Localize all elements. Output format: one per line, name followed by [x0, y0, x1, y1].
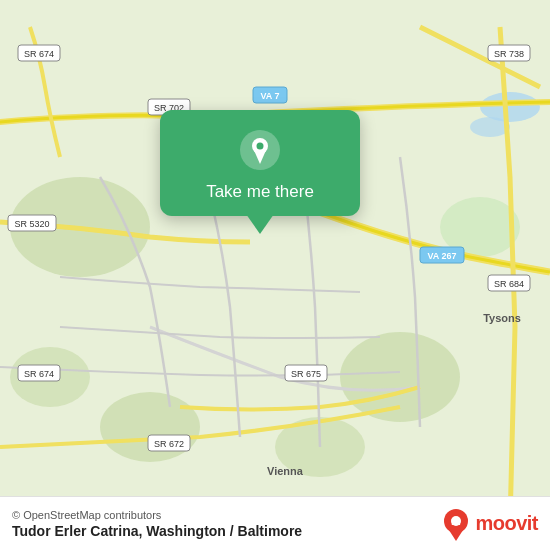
- moovit-pin-icon: m: [442, 507, 470, 541]
- location-pin-icon: [238, 128, 282, 172]
- svg-text:VA 267: VA 267: [427, 251, 456, 261]
- svg-text:SR 738: SR 738: [494, 49, 524, 59]
- svg-text:SR 675: SR 675: [291, 369, 321, 379]
- take-me-there-popup[interactable]: Take me there: [160, 110, 360, 216]
- svg-point-34: [257, 143, 264, 150]
- copyright-text: © OpenStreetMap contributors: [12, 509, 302, 521]
- svg-text:Vienna: Vienna: [267, 465, 304, 477]
- map-svg: SR 674 SR 738 VA 7 SR 702 SR 5320 VA 267…: [0, 0, 550, 550]
- svg-text:SR 672: SR 672: [154, 439, 184, 449]
- moovit-logo: m moovit: [442, 507, 538, 541]
- take-me-there-label: Take me there: [206, 182, 314, 202]
- svg-text:m: m: [452, 515, 462, 527]
- location-title: Tudor Erler Catrina, Washington / Baltim…: [12, 523, 302, 539]
- svg-text:Tysons: Tysons: [483, 312, 521, 324]
- svg-text:VA 7: VA 7: [260, 91, 279, 101]
- moovit-brand-text: moovit: [475, 512, 538, 535]
- bottom-bar: © OpenStreetMap contributors Tudor Erler…: [0, 496, 550, 550]
- svg-text:SR 5320: SR 5320: [14, 219, 49, 229]
- svg-text:SR 674: SR 674: [24, 369, 54, 379]
- map-container: SR 674 SR 738 VA 7 SR 702 SR 5320 VA 267…: [0, 0, 550, 550]
- svg-text:SR 684: SR 684: [494, 279, 524, 289]
- svg-marker-36: [447, 527, 465, 541]
- bottom-left-info: © OpenStreetMap contributors Tudor Erler…: [12, 509, 302, 539]
- svg-text:SR 674: SR 674: [24, 49, 54, 59]
